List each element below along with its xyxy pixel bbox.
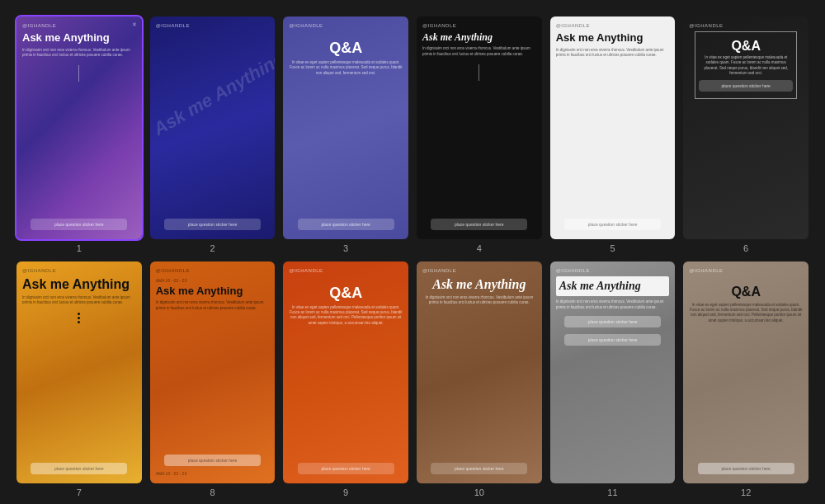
card12-title: Q&A: [731, 285, 761, 299]
card3-body: In vitae ex eget sapien pellentesque mal…: [289, 60, 403, 76]
card7-title: Ask me Anything: [22, 276, 136, 292]
card1-close[interactable]: ✕: [132, 21, 137, 28]
card5-title: Ask me Anything: [556, 31, 670, 45]
template-card-6[interactable]: @IGHANDLE Q&A In vitae ex eget sapien pe…: [683, 16, 808, 253]
card5-handle: @IGHANDLE: [556, 23, 590, 28]
card2-number: 2: [210, 243, 214, 253]
card10-title: Ask me Anything: [422, 276, 536, 292]
card1-title: Ask me Anything: [22, 31, 136, 45]
card12-number: 12: [741, 488, 751, 497]
card10-handle: @IGHANDLE: [422, 268, 456, 273]
card4-body: In dignissim orci non eros viverra rhonc…: [422, 46, 536, 57]
card7-handle: @IGHANDLE: [22, 268, 56, 273]
card9-handle: @IGHANDLE: [289, 268, 323, 273]
card6-body: In vitae ex eget sapien pellentesque mal…: [699, 55, 793, 76]
card8-body: In dignissim orci non eros viverra rhonc…: [156, 300, 270, 311]
card12-handle: @IGHANDLE: [689, 268, 723, 273]
card9-title: Q&A: [329, 285, 362, 302]
card10-body: In dignissim orci non eros viverra rhonc…: [422, 295, 536, 306]
card8-sticker[interactable]: place question sticker here: [164, 455, 261, 466]
card9-number: 9: [343, 488, 348, 497]
card1-body: In dignissim orci non eros viverra rhonc…: [22, 48, 136, 59]
card6-sticker[interactable]: place question sticker here: [699, 80, 793, 92]
template-card-11[interactable]: @IGHANDLE Ask me Anything In dignissim o…: [550, 261, 676, 498]
card6-border-box: Q&A In vitae ex eget sapien pellentesque…: [695, 31, 797, 99]
card4-number: 4: [477, 243, 482, 253]
template-card-2[interactable]: @IGHANDLE Ask me Anything place question…: [150, 16, 276, 253]
card11-title: Ask me Anything: [556, 276, 670, 297]
card5-sticker[interactable]: place question sticker here: [564, 219, 661, 230]
card10-sticker[interactable]: place question sticker here: [431, 463, 527, 474]
template-card-5[interactable]: @IGHANDLE Ask me Anything In dignissim o…: [550, 16, 676, 253]
template-grid: @IGHANDLE ✕ Ask me Anything In dignissim…: [8, 8, 817, 504]
card12-body: In vitae ex eget sapien pellentesque mal…: [689, 303, 803, 323]
card7-number: 7: [77, 488, 82, 497]
card2-handle: @IGHANDLE: [156, 23, 190, 28]
card11-handle: @IGHANDLE: [556, 268, 590, 273]
card4-divider: [478, 64, 479, 81]
template-card-3[interactable]: @IGHANDLE Q&A In vitae ex eget sapien pe…: [283, 16, 408, 253]
card11-sticker1[interactable]: place question sticker here: [564, 316, 661, 327]
card1-divider: [78, 65, 79, 82]
card7-body: In dignissim orci non eros viverra rhonc…: [22, 295, 136, 306]
card9-body: In vitae ex eget sapien pellentesque mal…: [289, 305, 403, 326]
card6-title: Q&A: [699, 39, 793, 54]
card11-body: In dignissim orci non eros viverra rhonc…: [556, 299, 670, 310]
card1-handle: @IGHANDLE: [22, 23, 56, 28]
card3-title: Q&A: [329, 40, 362, 57]
template-card-10[interactable]: @IGHANDLE Ask me Anything In dignissim o…: [417, 261, 542, 498]
card8-title: Ask me Anything: [156, 285, 270, 298]
card2-diagonal: Ask me Anything: [150, 44, 276, 144]
card1-sticker[interactable]: place question sticker here: [31, 219, 127, 230]
card8-date-top: AMA 10 - 02 - 23: [156, 278, 187, 283]
card8-date-bottom: AMA 10 - 02 - 23: [156, 471, 187, 476]
card5-body: In dignissim orci non eros viverra rhonc…: [556, 48, 670, 59]
card8-handle: @IGHANDLE: [156, 268, 190, 273]
card11-number: 11: [607, 488, 617, 497]
template-card-9[interactable]: @IGHANDLE Q&A In vitae ex eget sapien pe…: [283, 261, 408, 498]
template-card-7[interactable]: @IGHANDLE Ask me Anything In dignissim o…: [16, 261, 142, 498]
card7-sticker[interactable]: place question sticker here: [31, 463, 127, 474]
card6-number: 6: [743, 243, 748, 253]
card8-number: 8: [210, 488, 214, 497]
card4-title: Ask me Anything: [422, 31, 536, 43]
card5-number: 5: [610, 243, 615, 253]
template-card-4[interactable]: @IGHANDLE Ask me Anything In dignissim o…: [417, 16, 542, 253]
card3-sticker[interactable]: place question sticker here: [298, 219, 394, 230]
card1-number: 1: [77, 243, 82, 253]
card11-sticker2[interactable]: place question sticker here: [564, 334, 661, 346]
card9-sticker[interactable]: place question sticker here: [298, 463, 394, 474]
template-card-1[interactable]: @IGHANDLE ✕ Ask me Anything In dignissim…: [16, 16, 142, 253]
template-card-12[interactable]: @IGHANDLE Q&A In vitae ex eget sapien pe…: [683, 261, 808, 498]
card4-handle: @IGHANDLE: [422, 23, 456, 28]
template-card-8[interactable]: @IGHANDLE AMA 10 - 02 - 23 Ask me Anythi…: [150, 261, 276, 498]
card3-handle: @IGHANDLE: [289, 23, 323, 28]
card10-number: 10: [474, 488, 484, 497]
card3-number: 3: [343, 243, 348, 253]
card12-sticker[interactable]: place question sticker here: [698, 463, 794, 474]
card7-dots: [78, 313, 80, 323]
card2-sticker[interactable]: place question sticker here: [164, 219, 261, 230]
card6-handle: @IGHANDLE: [689, 23, 723, 28]
card4-sticker[interactable]: place question sticker here: [431, 219, 527, 230]
